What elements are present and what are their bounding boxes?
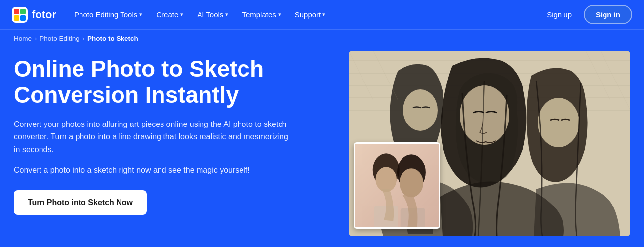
breadcrumb-home[interactable]: Home (14, 35, 32, 42)
svg-rect-4 (20, 15, 26, 21)
cta-button[interactable]: Turn Photo into Sketch Now (14, 190, 147, 215)
breadcrumb-current: Photo to Sketch (87, 35, 138, 42)
svg-rect-3 (14, 15, 19, 21)
chevron-down-icon: ▾ (322, 11, 325, 18)
brand-name: fotor (32, 8, 56, 21)
chevron-down-icon: ▾ (225, 11, 228, 18)
logo[interactable]: fotor (12, 7, 56, 23)
svg-point-14 (538, 98, 579, 147)
original-photo-image (355, 144, 439, 227)
svg-point-24 (400, 168, 423, 197)
main-content: Online Photo to Sketch Conversion Instan… (0, 47, 644, 247)
nav-right: Sign up Sign in (541, 5, 632, 24)
nav-templates[interactable]: Templates ▾ (236, 6, 286, 23)
nav-support[interactable]: Support ▾ (289, 6, 332, 23)
hero-title: Online Photo to Sketch Conversion Instan… (14, 56, 325, 108)
signup-link[interactable]: Sign up (541, 6, 578, 23)
breadcrumb: Home › Photo Editing › Photo to Sketch (0, 30, 644, 47)
breadcrumb-photo-editing[interactable]: Photo Editing (40, 35, 79, 42)
original-photo-thumbnail (354, 142, 440, 229)
nav-items: Photo Editing Tools ▾ Create ▾ AI Tools … (68, 6, 541, 23)
sketch-preview-image (349, 51, 630, 236)
fotor-logo-icon (12, 7, 28, 23)
chevron-down-icon: ▾ (180, 11, 183, 18)
nav-ai-tools[interactable]: AI Tools ▾ (191, 6, 234, 23)
svg-rect-1 (14, 9, 19, 14)
nav-create[interactable]: Create ▾ (150, 6, 189, 23)
chevron-down-icon: ▾ (278, 11, 281, 18)
navbar: fotor Photo Editing Tools ▾ Create ▾ AI … (0, 0, 644, 30)
hero-left: Online Photo to Sketch Conversion Instan… (14, 47, 340, 247)
svg-rect-2 (20, 9, 26, 14)
signin-button[interactable]: Sign in (584, 5, 632, 24)
hero-description-1: Convert your photos into alluring art pi… (14, 118, 295, 156)
svg-point-12 (403, 89, 438, 131)
breadcrumb-sep-2: › (82, 35, 84, 42)
original-photo-svg (355, 142, 439, 229)
svg-point-22 (376, 167, 397, 192)
breadcrumb-sep-1: › (35, 35, 37, 42)
chevron-down-icon: ▾ (139, 11, 142, 18)
hero-description-2: Convert a photo into a sketch right now … (14, 164, 295, 177)
nav-photo-editing-tools[interactable]: Photo Editing Tools ▾ (68, 6, 148, 23)
hero-right (340, 47, 630, 247)
